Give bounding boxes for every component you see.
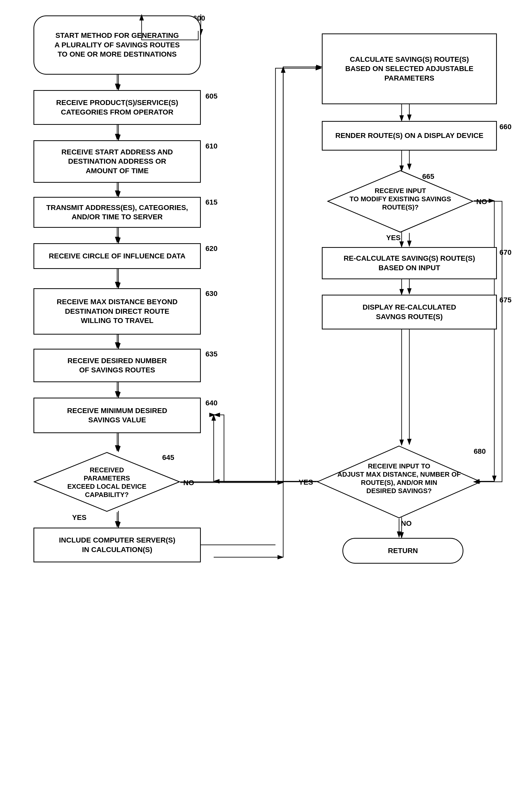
svg-text:ADJUST MAX DISTANCE, NUMBER OF: ADJUST MAX DISTANCE, NUMBER OF xyxy=(337,470,460,478)
label-605: 605 xyxy=(205,92,217,100)
no-label-665: NO xyxy=(476,198,487,206)
label-660: 660 xyxy=(499,123,512,131)
node-635: RECEIVE DESIRED NUMBEROF SAVINGS ROUTES xyxy=(33,349,201,382)
no-label-680: NO xyxy=(401,519,412,527)
start-node: START METHOD FOR GENERATINGA PLURALITY O… xyxy=(33,15,201,75)
svg-text:RECEIVE INPUT TO: RECEIVE INPUT TO xyxy=(368,462,430,470)
svg-text:CAPABILITY?: CAPABILITY? xyxy=(85,491,129,498)
node-620-label: RECEIVE CIRCLE OF INFLUENCE DATA xyxy=(49,251,186,261)
yes-label-665: YES xyxy=(386,234,401,242)
node-610: RECEIVE START ADDRESS ANDDESTINATION ADD… xyxy=(33,140,201,183)
svg-text:ROUTE(S)?: ROUTE(S)? xyxy=(382,203,418,211)
node-655: CALCULATE SAVING(S) ROUTE(S)BASED ON SEL… xyxy=(322,33,497,104)
node-640-label: RECEIVE MINIMUM DESIREDSAVINGS VALUE xyxy=(67,406,167,425)
node-675-label: DISPLAY RE-CALCULATEDSAVNGS ROUTE(S) xyxy=(362,303,456,321)
node-605: RECEIVE PRODUCT(S)/SERVICE(S)CATEGORIES … xyxy=(33,90,201,125)
node-660-label: RENDER ROUTE(S) ON A DISPLAY DEVICE xyxy=(335,131,483,140)
return-node: RETURN xyxy=(342,538,464,564)
svg-text:RECEIVED: RECEIVED xyxy=(90,466,124,474)
svg-text:TO MODIFY EXISTING SAVINGS: TO MODIFY EXISTING SAVINGS xyxy=(350,195,451,203)
node-650-label: INCLUDE COMPUTER SERVER(S)IN CALCULATION… xyxy=(59,536,175,554)
label-675: 675 xyxy=(499,296,512,304)
node-645: RECEIVED PARAMETERS EXCEED LOCAL DEVICE … xyxy=(33,452,180,512)
node-620: RECEIVE CIRCLE OF INFLUENCE DATA xyxy=(33,243,201,269)
svg-text:EXCEED LOCAL DEVICE: EXCEED LOCAL DEVICE xyxy=(67,482,146,490)
yes-label-680: YES xyxy=(299,478,313,487)
start-label: START METHOD FOR GENERATINGA PLURALITY O… xyxy=(55,31,180,59)
node-670: RE-CALCULATE SAVING(S) ROUTE(S)BASED ON … xyxy=(322,247,497,279)
node-605-label: RECEIVE PRODUCT(S)/SERVICE(S)CATEGORIES … xyxy=(56,98,178,117)
node-675: DISPLAY RE-CALCULATEDSAVNGS ROUTE(S) xyxy=(322,295,497,330)
node-610-label: RECEIVE START ADDRESS ANDDESTINATION ADD… xyxy=(61,147,173,175)
return-label: RETURN xyxy=(388,546,418,555)
label-610: 610 xyxy=(205,142,217,150)
node-680: RECEIVE INPUT TO ADJUST MAX DISTANCE, NU… xyxy=(317,445,481,519)
label-630: 630 xyxy=(205,290,217,298)
node-670-label: RE-CALCULATE SAVING(S) ROUTE(S)BASED ON … xyxy=(344,254,475,273)
node-660: RENDER ROUTE(S) ON A DISPLAY DEVICE xyxy=(322,121,497,150)
svg-text:ROUTE(S), AND/OR MIN: ROUTE(S), AND/OR MIN xyxy=(361,479,438,487)
node-615-label: TRANSMIT ADDRESS(ES), CATEGORIES,AND/OR … xyxy=(46,203,188,222)
label-670: 670 xyxy=(499,248,512,257)
node-665: RECEIVE INPUT TO MODIFY EXISTING SAVINGS… xyxy=(327,170,474,233)
yes-label-645: YES xyxy=(72,513,86,522)
node-650: INCLUDE COMPUTER SERVER(S)IN CALCULATION… xyxy=(33,527,201,562)
node-615: TRANSMIT ADDRESS(ES), CATEGORIES,AND/OR … xyxy=(33,197,201,228)
node-640: RECEIVE MINIMUM DESIREDSAVINGS VALUE xyxy=(33,397,201,433)
node-655-label: CALCULATE SAVING(S) ROUTE(S)BASED ON SEL… xyxy=(345,55,473,83)
node-635-label: RECEIVE DESIRED NUMBEROF SAVINGS ROUTES xyxy=(68,356,167,375)
label-635: 635 xyxy=(205,350,217,358)
svg-text:PARAMETERS: PARAMETERS xyxy=(84,474,130,482)
no-label-645: NO xyxy=(183,479,194,487)
flowchart-diagram: 600 START METHOD FOR GENERATINGA PLURALI… xyxy=(0,0,527,812)
label-620: 620 xyxy=(205,245,217,253)
node-630-label: RECEIVE MAX DISTANCE BEYONDDESTINATION D… xyxy=(57,297,177,325)
label-615: 615 xyxy=(205,198,217,206)
svg-text:DESIRED SAVINGS?: DESIRED SAVINGS? xyxy=(366,487,432,495)
svg-text:RECEIVE INPUT: RECEIVE INPUT xyxy=(374,187,426,194)
node-630: RECEIVE MAX DISTANCE BEYONDDESTINATION D… xyxy=(33,288,201,335)
label-640: 640 xyxy=(205,399,217,407)
